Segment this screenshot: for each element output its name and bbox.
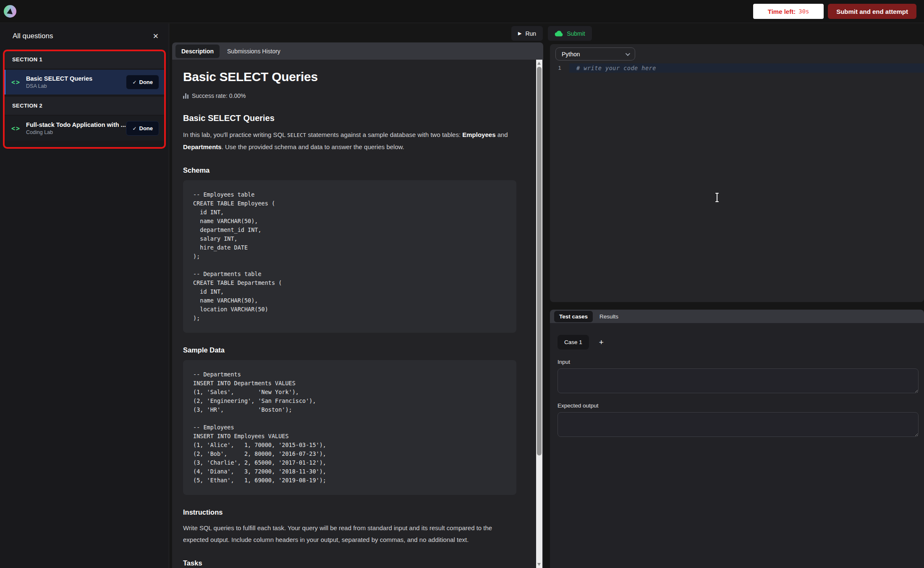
time-left-badge: Time left: 30s: [753, 4, 824, 19]
top-app-bar: Time left: 30s Submit and end attempt: [0, 0, 924, 23]
question-item-fullstack-todo[interactable]: <> Full-stack Todo Application with ... …: [4, 116, 165, 141]
sample-data-heading: Sample Data: [183, 346, 516, 354]
app-logo: [4, 5, 16, 18]
scrollbar-down-arrow-icon[interactable]: [537, 563, 541, 566]
instructions-heading: Instructions: [183, 508, 516, 516]
run-button[interactable]: ▶ Run: [511, 26, 543, 41]
sample-data-code-block: -- Departments INSERT INTO Departments V…: [183, 360, 516, 495]
schema-code-block: -- Employees table CREATE TABLE Employee…: [183, 180, 516, 333]
line-number: 1: [550, 63, 569, 73]
expected-output-label: Expected output: [558, 402, 924, 409]
editor-toolbar: ▶ Run Submit: [511, 26, 592, 41]
question-text-group: Full-stack Todo Application with ... Cod…: [26, 121, 126, 135]
test-cases-tabbar: Test cases Results: [550, 310, 924, 323]
section-header-1: SECTION 1: [4, 50, 165, 68]
done-badge: ✓ Done: [126, 75, 159, 89]
description-tabbar: Description Submissions History: [172, 42, 543, 60]
code-placeholder-comment: # write your code here: [576, 65, 656, 71]
scrollbar-up-arrow-icon[interactable]: [537, 62, 541, 65]
success-rate-row: Success rate: 0.00%: [183, 92, 516, 99]
test-cases-panel: Test cases Results Case 1 + Input Expect…: [550, 310, 924, 568]
input-label: Input: [558, 359, 924, 365]
code-brackets-icon: <>: [11, 79, 21, 86]
done-badge-label: Done: [139, 125, 153, 131]
close-icon[interactable]: ✕: [153, 33, 159, 40]
language-select[interactable]: Python: [555, 47, 635, 60]
tab-submissions-history[interactable]: Submissions History: [221, 45, 286, 58]
question-title: Basic SELECT Queries: [26, 75, 126, 82]
chevron-down-icon: [626, 51, 630, 55]
questions-sidebar: All questions ✕ SECTION 1 <> Basic SELEC…: [0, 24, 169, 568]
question-subtitle: Coding Lab: [26, 129, 126, 135]
submit-button[interactable]: Submit: [548, 26, 592, 41]
done-badge: ✓ Done: [126, 121, 159, 136]
sidebar-title: All questions: [13, 32, 53, 40]
instructions-paragraph: Write SQL queries to fulfill each task. …: [183, 522, 516, 546]
inline-code-select: SELECT: [287, 132, 306, 138]
section-header-2: SECTION 2: [4, 97, 165, 115]
time-left-value: 30s: [798, 8, 809, 15]
question-title: Full-stack Todo Application with ...: [26, 121, 126, 128]
schema-heading: Schema: [183, 166, 516, 174]
tab-results[interactable]: Results: [594, 311, 623, 322]
section-title: Basic SELECT Queries: [183, 113, 516, 123]
time-left-label: Time left:: [768, 8, 796, 15]
play-icon: ▶: [518, 31, 521, 36]
check-icon: ✓: [132, 79, 136, 85]
top-bar-right-group: Time left: 30s Submit and end attempt: [753, 4, 916, 19]
tab-description[interactable]: Description: [175, 45, 220, 58]
question-section-list: SECTION 1 <> Basic SELECT Queries DSA La…: [4, 50, 165, 143]
success-rate-text: Success rate: 0.00%: [192, 92, 246, 99]
run-button-label: Run: [525, 30, 536, 37]
text-cursor-pointer: [715, 192, 719, 202]
description-content: Basic SELECT Queries Success rate: 0.00%…: [172, 60, 543, 568]
description-panel: Description Submissions History Basic SE…: [172, 42, 543, 568]
case-1-button[interactable]: Case 1: [558, 335, 589, 350]
editor-line-1[interactable]: 1 # write your code here: [550, 63, 924, 73]
submit-button-label: Submit: [567, 30, 585, 37]
question-text-group: Basic SELECT Queries DSA Lab: [26, 75, 126, 89]
done-badge-label: Done: [139, 79, 153, 85]
case-selector-row: Case 1 +: [558, 335, 924, 350]
intro-paragraph: In this lab, you'll practice writing SQL…: [183, 129, 516, 153]
submit-end-attempt-button[interactable]: Submit and end attempt: [828, 4, 916, 19]
cloud-icon: [555, 31, 563, 37]
scrollbar-thumb[interactable]: [537, 67, 542, 455]
question-subtitle: DSA Lab: [26, 83, 126, 89]
add-case-button[interactable]: +: [599, 338, 604, 346]
bar-chart-icon: [183, 93, 188, 99]
logo-triangle-icon: [7, 8, 13, 14]
tab-test-cases[interactable]: Test cases: [554, 311, 593, 322]
current-line-highlight: # write your code here: [569, 63, 924, 73]
check-icon: ✓: [132, 126, 136, 131]
expected-output-textarea[interactable]: [558, 412, 919, 437]
input-textarea[interactable]: [558, 368, 919, 393]
tasks-heading: Tasks: [183, 559, 516, 567]
language-selected-value: Python: [562, 51, 580, 58]
sidebar-header: All questions ✕: [0, 24, 169, 47]
code-brackets-icon: <>: [11, 125, 21, 132]
page-title: Basic SELECT Queries: [183, 70, 516, 84]
code-editor-panel[interactable]: Python 1 # write your code here: [550, 44, 924, 302]
description-scrollbar[interactable]: [536, 60, 542, 568]
question-item-basic-select[interactable]: <> Basic SELECT Queries DSA Lab ✓ Done: [4, 70, 165, 95]
